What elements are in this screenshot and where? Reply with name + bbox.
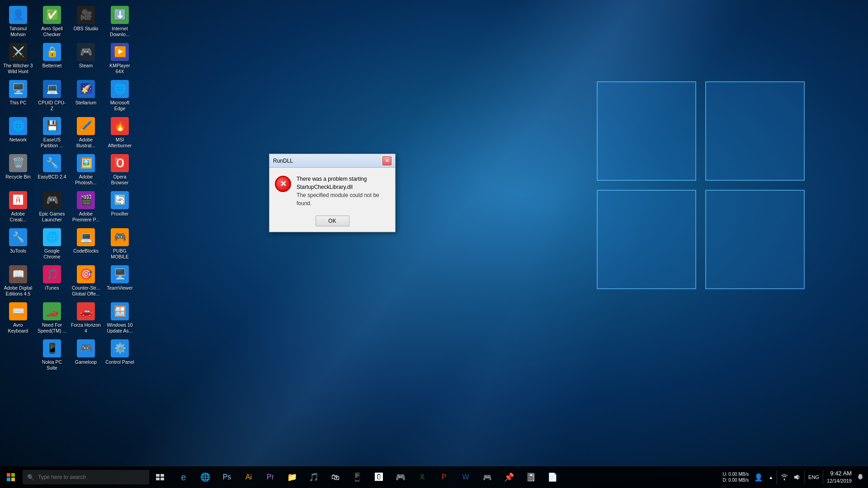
easybcd-icon: 🔧 — [43, 154, 61, 172]
taskbar-steam[interactable]: 🎮 — [390, 466, 411, 488]
taskbar-opera[interactable]: 🅾 — [368, 466, 390, 488]
witcher3-icon: ⚔️ — [9, 43, 27, 61]
taskview-button[interactable] — [149, 466, 171, 488]
icon-easybcd[interactable]: 🔧 EasyBCD 2.4 — [36, 150, 68, 187]
network-stats: U: 0.00 MB/s D: 0.00 MB/s — [720, 466, 751, 488]
icon-kmplayer[interactable]: ▶️ KMPlayer 64X — [104, 39, 136, 75]
icon-windows10update[interactable]: 🪟 Windows 10 Update As... — [104, 299, 136, 335]
taskbar-excel[interactable]: X — [411, 466, 433, 488]
icon-recyclebin[interactable]: 🗑️ Recycle Bin — [2, 150, 34, 187]
svg-marker-9 — [794, 474, 798, 480]
taskbar-pinned-apps: e 🌐 Ps Ai Pr 📁 🎵 🛍 📱 🅾 🎮 X P W 🎮 📌 📓 📄 — [173, 466, 563, 488]
icon-3utools[interactable]: 🔧 3uTools — [2, 225, 34, 261]
icon-adobedigital[interactable]: 📖 Adobe Digital Editions 4.5 — [2, 262, 34, 298]
taskbar-powerpoint[interactable]: P — [433, 466, 455, 488]
dialog-error-icon: ✕ — [275, 176, 291, 192]
icon-internetdownload[interactable]: ⬇️ Internet Downlo... — [104, 2, 136, 38]
icon-googlechrome[interactable]: 🌐 Google Chrome — [36, 225, 68, 261]
icon-tahsinul[interactable]: 👤 Tahsinul Mohsin — [2, 2, 34, 38]
svg-rect-6 — [156, 478, 160, 480]
icon-counterstrike[interactable]: 🎯 Counter-Str... Global Offe... — [70, 262, 102, 298]
start-button[interactable] — [0, 466, 22, 488]
thispc-icon: 🖥️ — [9, 80, 27, 98]
tray-notification[interactable] — [854, 466, 866, 488]
icon-illustrator[interactable]: 🖊️ Adobe Illustrat... — [70, 113, 102, 150]
icon-label: 3uTools — [10, 248, 26, 254]
proxifier-icon: 🔄 — [111, 191, 129, 209]
icon-itunes[interactable]: 🎵 iTunes — [36, 262, 68, 298]
icon-avrokeyboard[interactable]: ⌨️ Avro Keyboard — [2, 299, 34, 335]
icon-label: Opera Browser — [105, 174, 135, 185]
icon-needforspeed[interactable]: 🏎️ Need For Speed(TM) ... — [36, 299, 68, 335]
ok-button[interactable]: OK — [316, 216, 349, 226]
icon-codeblocks[interactable]: 💻 CodeBlocks — [70, 225, 102, 261]
icon-witcher3[interactable]: ⚔️ The Witcher 3 Wild Hunt — [2, 39, 34, 75]
icon-easeus[interactable]: 💾 EaseUS Partition ... — [36, 113, 68, 150]
icon-label: Epic Games Launcher — [37, 211, 67, 222]
icon-adobecreate[interactable]: 🅰 Adobe Creati... — [2, 188, 34, 224]
taskbar-illustrator[interactable]: Ai — [238, 466, 259, 488]
avrokeyboard-icon: ⌨️ — [9, 302, 27, 320]
icon-teamviewer[interactable]: 🖥️ TeamViewer — [104, 262, 136, 298]
icon-epicgames[interactable]: 🎮 Epic Games Launcher — [36, 188, 68, 224]
tray-network[interactable] — [778, 466, 791, 488]
icon-label: Microsoft Edge — [105, 100, 135, 111]
icon-obs[interactable]: 🎥 OBS Studio — [70, 2, 102, 38]
dialog-titlebar: RunDLL ✕ — [269, 154, 395, 168]
icon-label: Avro Spell Checker — [37, 26, 67, 37]
icon-pubg[interactable]: 🎮 PUBG MOBILE — [104, 225, 136, 261]
taskbar-files[interactable]: 📄 — [542, 466, 563, 488]
icon-column-1: 👤 Tahsinul Mohsin ⚔️ The Witcher 3 Wild … — [2, 2, 34, 335]
network-stats-label: U: 0.00 MB/s — [722, 471, 749, 477]
taskbar-app8[interactable]: 📱 — [346, 466, 368, 488]
icon-network[interactable]: 🌐 Network — [2, 113, 34, 150]
icon-thispc[interactable]: 🖥️ This PC — [2, 76, 34, 113]
taskbar-premiere[interactable]: Pr — [259, 466, 281, 488]
icon-nokiapc[interactable]: 📱 Nokia PC Suite — [36, 336, 68, 372]
betternet-icon: 🔒 — [43, 43, 61, 61]
taskbar-explorer[interactable]: 📁 — [281, 466, 303, 488]
search-input[interactable] — [38, 474, 145, 480]
icon-gameloop[interactable]: 🎮 Gameloop — [70, 336, 102, 372]
tray-volume[interactable] — [791, 466, 803, 488]
icon-stellarium[interactable]: 🌠 Stellarium — [70, 76, 102, 113]
svg-rect-11 — [859, 478, 862, 479]
icon-photoshop[interactable]: 🖼️ Adobe Photosh... — [70, 150, 102, 187]
taskbar-store[interactable]: 🛍 — [325, 466, 346, 488]
kmplayer-icon: ▶️ — [111, 43, 129, 61]
icon-cpuid[interactable]: 💻 CPUID CPU-Z — [36, 76, 68, 113]
taskbar-app12[interactable]: 📌 — [498, 466, 520, 488]
tray-show-hidden[interactable]: ▲ — [766, 466, 776, 488]
controlpanel-icon: ⚙️ — [111, 339, 129, 357]
taskbar-edge[interactable]: e — [173, 466, 194, 488]
icon-microsoftedge[interactable]: 🌐 Microsoft Edge — [104, 76, 136, 113]
codeblocks-icon: 💻 — [77, 228, 95, 246]
tray-divider3 — [823, 470, 823, 484]
googlechrome-icon: 🌐 — [43, 228, 61, 246]
tray-user[interactable]: 👤 — [751, 466, 766, 488]
icon-betternet[interactable]: 🔒 Betternet — [36, 39, 68, 75]
svg-rect-4 — [156, 474, 160, 477]
taskbar-spotify[interactable]: 🎵 — [303, 466, 325, 488]
icon-msiafterburner[interactable]: 🔥 MSI Afterburner — [104, 113, 136, 150]
icon-label: TeamViewer — [107, 285, 133, 291]
nokiapc-icon: 📱 — [43, 339, 61, 357]
taskbar-epicgames[interactable]: 🎮 — [476, 466, 498, 488]
dialog-close-button[interactable]: ✕ — [382, 156, 392, 165]
icon-avrospell[interactable]: ✅ Avro Spell Checker — [36, 2, 68, 38]
taskbar-chrome[interactable]: 🌐 — [194, 466, 216, 488]
icon-controlpanel[interactable]: ⚙️ Control Panel — [104, 336, 136, 372]
icon-proxifier[interactable]: 🔄 Proxifier — [104, 188, 136, 224]
icon-steam[interactable]: 🎮 Steam — [70, 39, 102, 75]
icon-label: Counter-Str... Global Offe... — [71, 285, 101, 296]
taskbar-onenote[interactable]: 📓 — [520, 466, 542, 488]
taskbar-photoshop[interactable]: Ps — [216, 466, 238, 488]
tray-keyboard-lang[interactable]: ENG — [806, 466, 822, 488]
icon-operabrowser[interactable]: 🅾️ Opera Browser — [104, 150, 136, 187]
taskbar-search[interactable]: 🔍 — [23, 470, 149, 484]
icon-forza[interactable]: 🚗 Forza Horizon 4 — [70, 299, 102, 335]
icon-premiere[interactable]: 🎬 Adobe Premiere P... — [70, 188, 102, 224]
icon-label: The Witcher 3 Wild Hunt — [3, 63, 33, 74]
clock[interactable]: 9:42 AM 12/14/2019 — [824, 466, 854, 488]
taskbar-word[interactable]: W — [455, 466, 476, 488]
